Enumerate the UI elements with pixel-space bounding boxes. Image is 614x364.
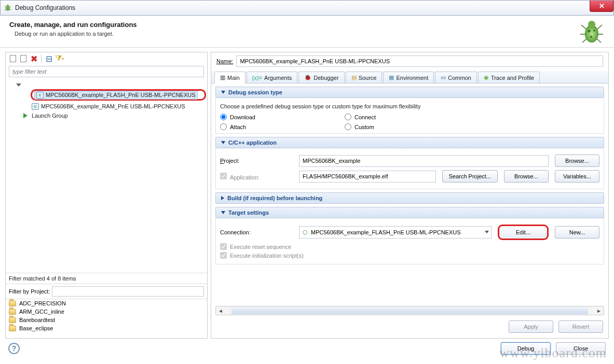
section-build[interactable]: Build (if required) before launching (215, 192, 604, 204)
new-connection-button[interactable]: New... (555, 226, 599, 239)
dialog-button-bar: ? Debug Close (0, 339, 614, 358)
titlebar: Debug Configurations ✕ (0, 0, 614, 16)
tab-main[interactable]: ▥Main (214, 72, 245, 83)
section-target[interactable]: Target settings (215, 207, 604, 218)
name-label: Name: (216, 58, 233, 64)
tree-group-codewarrior[interactable] (7, 80, 206, 90)
delete-config-icon[interactable]: ✖ (30, 54, 38, 63)
help-icon[interactable]: ? (8, 343, 20, 354)
project-input[interactable] (299, 155, 549, 167)
tree-item-launch-group[interactable]: Launch Group (7, 111, 206, 120)
dialog-header: Create, manage, and run configurations D… (0, 16, 614, 48)
reset-sequence-check: Execute reset sequence (220, 243, 599, 250)
project-row[interactable]: Base_eclipse (6, 324, 207, 332)
collapse-all-icon[interactable]: ⊟ (45, 54, 53, 63)
section-debug-session[interactable]: Debug session type (215, 87, 604, 98)
tree-toolbar: ✖ ⊟ ⧩▾ (6, 52, 207, 65)
c-icon: c (36, 92, 44, 99)
collapse-icon (221, 211, 225, 214)
init-script-check: Execute initialization script(s) (220, 252, 599, 259)
tab-trace-profile[interactable]: ◉Trace and Profile (478, 72, 540, 83)
header-subtitle: Debug or run an application to a target. (9, 31, 605, 37)
expand-icon (221, 196, 224, 200)
svg-line-2 (5, 6, 6, 7)
close-button[interactable]: Close (556, 342, 606, 355)
scroll-left-icon[interactable]: ◄ (216, 306, 225, 315)
project-label: PProject:roject: (220, 158, 293, 164)
tab-bar: ▥Main (x)=Arguments 🐞Debugger ▤Source ▦E… (211, 71, 608, 83)
filter-by-project-row: Filter by Project: (6, 284, 207, 299)
launch-group-icon (23, 113, 28, 118)
svg-line-14 (597, 39, 601, 43)
filter-text-input[interactable] (9, 66, 204, 77)
svg-line-13 (582, 39, 586, 43)
highlighted-flash-config: c MPC5606BK_example_FLASH_PnE USB-ML-PPC… (31, 89, 206, 101)
filter-matched-text: Filter matched 4 of 8 items (6, 273, 207, 284)
config-name-input[interactable] (236, 55, 603, 67)
config-tree[interactable]: c MPC5606BK_example_FLASH_PnE USB-ML-PPC… (6, 78, 207, 273)
svg-point-15 (588, 30, 591, 33)
tree-item-flash[interactable]: c MPC5606BK_example_FLASH_PnE USB-ML-PPC… (34, 91, 198, 100)
connection-label: Connection: (220, 229, 293, 235)
duplicate-config-icon[interactable] (19, 54, 28, 63)
application-label: Application: (220, 173, 293, 180)
radio-custom[interactable]: Custom (345, 123, 438, 130)
folder-icon (9, 309, 16, 315)
config-tree-panel: ✖ ⊟ ⧩▾ c MPC5606BK_example_FLASH_PnE USB… (5, 52, 208, 339)
radio-download[interactable]: Download (220, 114, 313, 120)
dropdown-icon (485, 231, 489, 233)
section-cpp-app[interactable]: C/C++ application (215, 137, 604, 148)
radio-connect[interactable]: Connect (345, 114, 438, 120)
filter-by-project-label: Filter by Project: (9, 288, 50, 295)
debug-button[interactable]: Debug (501, 342, 551, 355)
application-input[interactable] (299, 171, 436, 183)
project-row[interactable]: ARM_GCC_inline (6, 307, 207, 316)
tab-environment[interactable]: ▦Environment (383, 72, 434, 83)
svg-line-5 (9, 9, 11, 10)
tab-arguments[interactable]: (x)=Arguments (247, 72, 297, 83)
application-checkbox (220, 173, 227, 179)
svg-point-1 (7, 5, 9, 7)
header-title: Create, manage, and run configurations (9, 21, 605, 29)
scroll-right-icon[interactable]: ► (594, 306, 604, 315)
svg-line-4 (5, 9, 6, 10)
search-project-button[interactable]: Search Project... (442, 170, 498, 183)
horizontal-scrollbar[interactable]: ◄ ► (215, 306, 604, 315)
config-detail-panel: Name: ▥Main (x)=Arguments 🐞Debugger ▤Sou… (211, 52, 609, 339)
bug-large-icon (579, 19, 605, 45)
svg-line-9 (581, 25, 586, 29)
variables-button[interactable]: Variables... (555, 170, 599, 183)
svg-line-10 (597, 25, 602, 29)
project-list[interactable]: ADC_PRECISION ARM_GCC_inline Bareboardte… (6, 299, 207, 338)
connection-combo[interactable]: ⬡ MPC5606BK_example_FLASH_PnE USB-ML-PPC… (299, 226, 492, 239)
tree-item-ram[interactable]: c MPC5606BK_example_RAM_PnE USB-ML-PPCNE… (7, 102, 206, 111)
collapse-icon (221, 141, 225, 144)
radio-attach[interactable]: Attach (220, 123, 313, 130)
scroll-thumb[interactable] (231, 307, 588, 314)
tab-debugger[interactable]: 🐞Debugger (298, 72, 344, 83)
expand-icon (16, 83, 21, 87)
c-icon: c (32, 103, 39, 110)
session-desc: Choose a predefined debug session type o… (220, 103, 599, 109)
project-browse-button[interactable]: Browse... (555, 155, 599, 167)
project-row[interactable]: ADC_PRECISION (6, 299, 207, 307)
filter-icon[interactable]: ⧩▾ (55, 54, 63, 63)
svg-point-8 (588, 21, 595, 28)
tab-common[interactable]: ▭Common (435, 72, 477, 83)
folder-icon (9, 301, 16, 306)
collapse-icon (221, 91, 225, 94)
revert-button: Revert (558, 320, 603, 333)
app-browse-button[interactable]: Browse... (504, 170, 549, 183)
tab-source[interactable]: ▤Source (346, 72, 383, 83)
window-title: Debug Configurations (15, 4, 75, 11)
project-row[interactable]: Bareboardtest (6, 316, 207, 324)
folder-icon (9, 326, 16, 331)
filter-by-project-input[interactable] (52, 286, 204, 297)
new-config-icon[interactable] (9, 54, 17, 63)
folder-icon (9, 317, 16, 323)
svg-point-16 (593, 30, 595, 32)
svg-line-3 (9, 6, 11, 7)
close-window-button[interactable]: ✕ (590, 1, 613, 12)
apply-button: Apply (509, 320, 553, 333)
edit-connection-button[interactable]: Edit... (498, 225, 549, 240)
